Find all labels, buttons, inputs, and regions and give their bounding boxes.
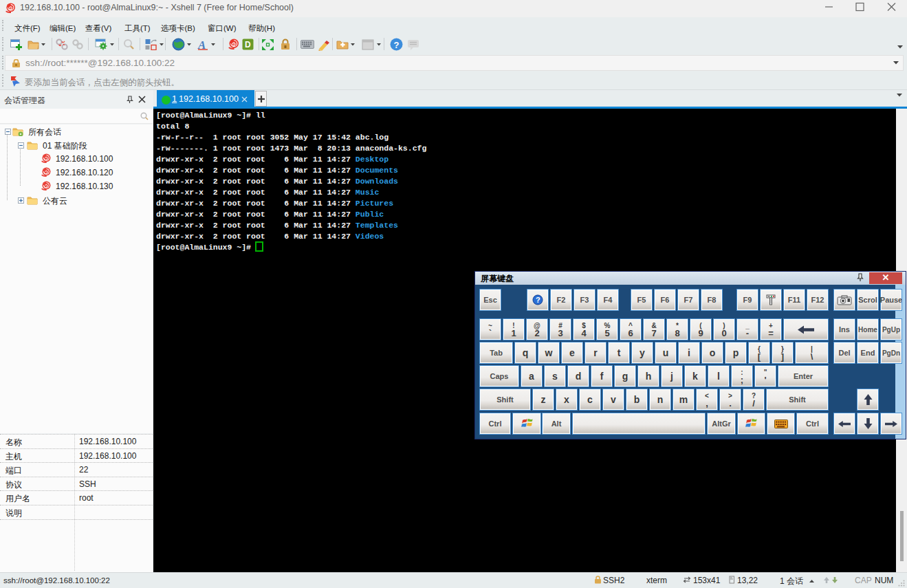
svg-text:D: D — [245, 40, 251, 50]
svg-text:A: A — [197, 39, 206, 50]
svg-text:?: ? — [536, 296, 540, 304]
svg-text:?: ? — [394, 40, 400, 50]
